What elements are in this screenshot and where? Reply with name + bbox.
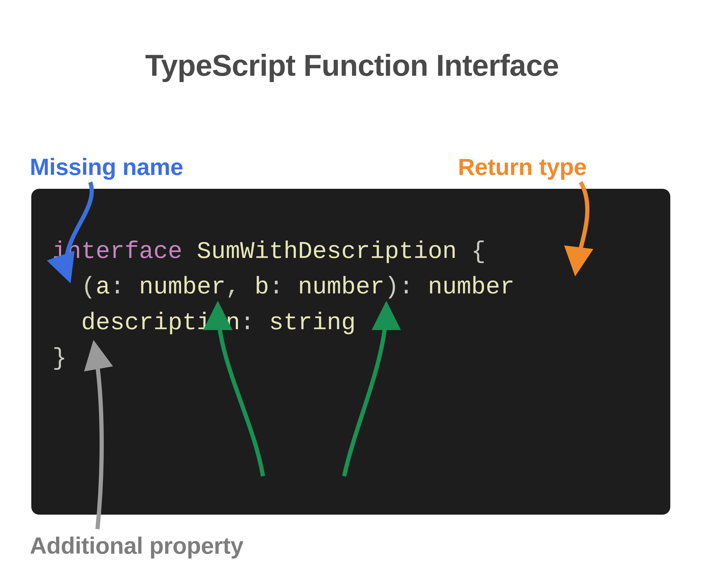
label-missing-name: Missing name <box>30 153 183 181</box>
code-param-b-name: b <box>254 273 269 301</box>
code-keyword: interface <box>52 238 182 265</box>
code-prop-name: description <box>81 309 240 336</box>
code-block: interface SumWithDescription { (a: numbe… <box>31 189 670 515</box>
label-return-type: Return type <box>458 153 587 181</box>
code-param-a-type: number <box>139 273 226 301</box>
code-interface-name: SumWithDescription <box>197 238 457 265</box>
page-title: TypeScript Function Interface <box>25 48 679 83</box>
code-sig-open: ( <box>81 273 96 301</box>
code-param-sep: , <box>226 273 240 301</box>
code-return-sep: : <box>399 273 413 301</box>
code-open-brace: { <box>471 238 485 265</box>
code-param-a-name: a <box>96 273 110 301</box>
code-sig-close: ) <box>385 273 399 301</box>
code-param-b-type: number <box>298 273 385 301</box>
code-prop-sep: : <box>240 309 254 336</box>
code-prop-type: string <box>269 309 356 336</box>
code-return-type: number <box>428 273 515 301</box>
code-close-brace: } <box>52 344 67 372</box>
label-additional-property: Additional property <box>30 532 243 560</box>
